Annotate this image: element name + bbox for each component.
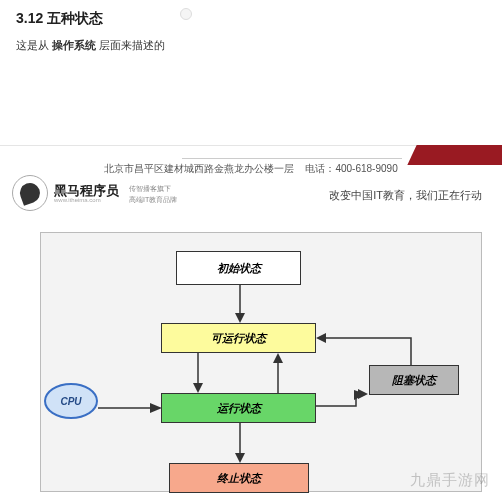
accent-line — [182, 158, 402, 159]
decorative-marker — [180, 8, 192, 20]
arrow-running-to-runnable — [271, 353, 285, 393]
svg-marker-1 — [235, 313, 245, 323]
svg-marker-11 — [358, 389, 368, 399]
brand-logo-area: 黑马程序员 www.itheima.com 传智播客旗下 高端IT教育品牌 — [12, 175, 177, 211]
arrow-runnable-to-running — [191, 353, 205, 393]
brand-subline-2: 高端IT教育品牌 — [129, 195, 177, 204]
red-accent-shape — [407, 145, 502, 165]
arrow-running-to-terminated — [233, 423, 247, 463]
svg-marker-7 — [235, 453, 245, 463]
cpu-node: CPU — [44, 383, 98, 419]
state-running: 运行状态 — [161, 393, 316, 423]
brand-logo-icon — [12, 175, 48, 211]
section-title: 3.12 五种状态 — [16, 10, 486, 28]
state-terminated: 终止状态 — [169, 463, 309, 493]
state-runnable: 可运行状态 — [161, 323, 316, 353]
svg-marker-3 — [193, 383, 203, 393]
state-blocked: 阻塞状态 — [369, 365, 459, 395]
brand-name: 黑马程序员 — [54, 184, 119, 197]
watermark-text: 九鼎手游网 — [410, 471, 490, 490]
footer-address: 北京市昌平区建材城西路金燕龙办公楼一层 — [104, 163, 294, 174]
arrow-running-to-blocked — [316, 388, 371, 412]
brand-tagline: 改变中国IT教育，我们正在行动 — [329, 188, 482, 203]
svg-marker-10 — [354, 390, 366, 400]
footer-phone: 400-618-9090 — [335, 163, 397, 174]
state-diagram: CPU 初始状态 可运行状态 运行状态 阻塞状态 终止状态 — [40, 232, 482, 492]
arrow-blocked-to-runnable — [316, 331, 416, 369]
subtitle-suffix: 层面来描述的 — [96, 39, 165, 51]
arrow-cpu-to-running — [98, 401, 162, 415]
subtitle-prefix: 这是从 — [16, 39, 52, 51]
state-initial: 初始状态 — [176, 251, 301, 285]
footer-phone-label: 电话： — [305, 163, 335, 174]
subtitle-bold: 操作系统 — [52, 39, 96, 51]
svg-marker-5 — [273, 353, 283, 363]
arrow-initial-to-runnable — [233, 285, 247, 323]
section-subtitle: 这是从 操作系统 层面来描述的 — [16, 38, 486, 53]
brand-subline-1: 传智播客旗下 — [129, 184, 177, 193]
svg-marker-12 — [316, 333, 326, 343]
